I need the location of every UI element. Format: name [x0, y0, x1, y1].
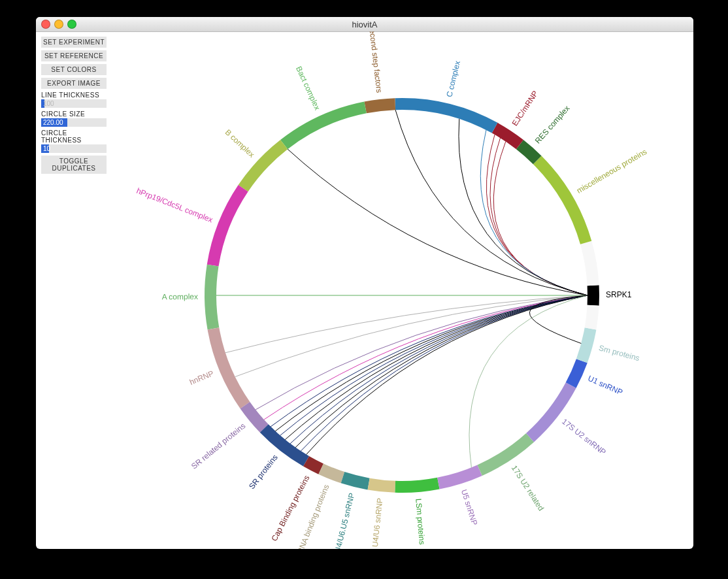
segment-label: SR related proteins [190, 421, 247, 471]
ring-segment[interactable] [566, 359, 587, 388]
ring-segment[interactable] [318, 463, 344, 483]
window-title: hiovitA [352, 20, 377, 29]
ring-segment[interactable] [576, 327, 597, 363]
segment-label: SRPK1 [606, 290, 632, 299]
ring-segment[interactable] [580, 241, 599, 286]
segment-label: U1 snRNP [587, 374, 624, 397]
ring-segment[interactable] [587, 285, 599, 306]
ring-segment[interactable] [526, 382, 576, 442]
ring-segment[interactable] [492, 123, 523, 149]
segment-label: 17S U2 snRNP [560, 417, 608, 457]
app-window: hiovitA SET EXPERIMENT SET REFERENCE SET… [36, 17, 693, 549]
segment-label: LSm proteins [414, 498, 427, 545]
ring-segment[interactable] [395, 98, 497, 133]
ring-segment[interactable] [364, 98, 395, 113]
ring-segment[interactable] [205, 265, 219, 330]
segment-label: Bact complex [294, 65, 322, 111]
segment-label: 17S U2 related [510, 463, 546, 512]
segment-label: EJC/mRNP [510, 89, 540, 127]
ring-segment[interactable] [341, 472, 370, 489]
segment-label: Second step factors [367, 31, 384, 93]
traffic-lights [41, 20, 76, 29]
chord [395, 110, 587, 295]
ring-segment[interactable] [585, 305, 599, 330]
ring-segment[interactable] [368, 478, 396, 493]
minimize-icon[interactable] [54, 20, 63, 29]
segment-label: RES complex [533, 104, 572, 146]
chord-diagram: SRPK1miscelleneous proteinsRES complexEJ… [36, 31, 693, 549]
segment-label: hnRNP [188, 369, 215, 387]
segment-label: U4/U6 snRNP [371, 497, 385, 547]
ring-segment[interactable] [395, 478, 439, 493]
zoom-icon[interactable] [67, 20, 76, 29]
segment-label: A complex [162, 292, 198, 301]
segment-label: Sm proteins [598, 343, 640, 363]
chord [271, 295, 587, 427]
chord [280, 295, 587, 435]
segment-label: hPrp19/Cdc5L complex [135, 186, 214, 225]
segment-label: U4/U6.U5 snRNP [333, 492, 356, 549]
titlebar[interactable]: hiovitA [36, 17, 693, 32]
ring-segment[interactable] [208, 327, 250, 408]
ring-segment[interactable] [533, 156, 591, 244]
close-icon[interactable] [41, 20, 50, 29]
segment-label: miscelleneous proteins [575, 147, 648, 195]
chord [275, 295, 587, 431]
ring-segment[interactable] [280, 102, 367, 150]
segment-label: C complex [444, 60, 462, 98]
chord [529, 295, 587, 344]
ring-segment[interactable] [207, 185, 248, 266]
segment-label: U5 snRNP [459, 488, 479, 526]
ring-segment[interactable] [478, 433, 535, 476]
ring-segment[interactable] [437, 465, 482, 489]
segment-label: SR proteins [247, 453, 280, 491]
segment-label: B complex [223, 127, 257, 159]
